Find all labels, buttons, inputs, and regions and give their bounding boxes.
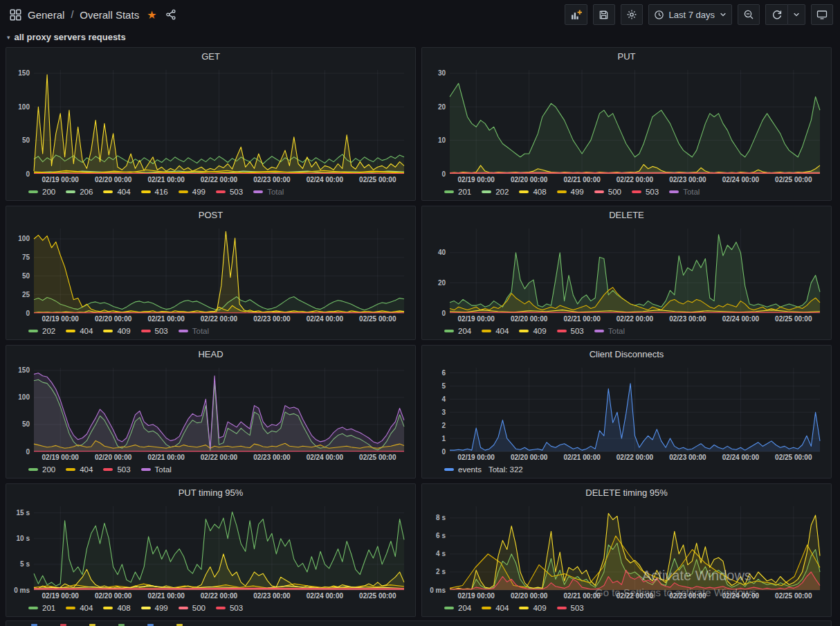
legend-item-204[interactable]: 204	[444, 604, 471, 612]
legend-item-200[interactable]: 200	[28, 465, 55, 474]
chart-head[interactable]: 05010015002/19 00:0002/20 00:0002/21 00:…	[9, 363, 412, 463]
svg-text:02/23 00:00: 02/23 00:00	[253, 176, 291, 184]
legend-item-500[interactable]: 500	[594, 188, 621, 196]
legend-item-total[interactable]: Total	[669, 188, 700, 196]
legend-item-events[interactable]: eventsTotal: 322	[444, 465, 523, 474]
panel-title[interactable]: PUT	[425, 48, 828, 65]
legend-item-499[interactable]: 499	[557, 188, 584, 196]
svg-text:02/25 00:00: 02/25 00:00	[775, 454, 812, 461]
panel-title[interactable]: DELETE	[425, 206, 828, 224]
legend-item-409[interactable]: 409	[519, 604, 546, 612]
add-panel-button[interactable]	[565, 4, 587, 25]
time-range-picker[interactable]: Last 7 days	[648, 4, 733, 25]
svg-text:1: 1	[441, 435, 446, 442]
svg-text:150: 150	[18, 366, 30, 374]
breadcrumb-dashboard-title[interactable]: Overall Stats	[80, 9, 139, 21]
cycle-view-mode-button[interactable]	[811, 4, 833, 25]
legend-item-503[interactable]: 503	[141, 327, 168, 335]
chart-canvas: 012345602/19 00:0002/20 00:0002/21 00:00…	[425, 363, 828, 463]
legend-item-201[interactable]: 201	[444, 188, 471, 196]
legend-swatch	[557, 190, 567, 193]
refresh-interval-dropdown[interactable]	[787, 4, 805, 25]
legend-item-503[interactable]: 503	[557, 604, 584, 612]
svg-text:02/22 00:00: 02/22 00:00	[617, 315, 654, 323]
svg-text:15 s: 15 s	[17, 509, 30, 517]
legend-item-404[interactable]: 404	[66, 604, 93, 612]
legend-item-503[interactable]: 503	[216, 604, 243, 612]
legend-label: 409	[533, 604, 546, 612]
legend-item-404[interactable]: 404	[482, 604, 509, 612]
legend-item-503[interactable]: 503	[557, 327, 584, 335]
legend-swatch	[594, 190, 604, 193]
legend-item-total[interactable]: Total	[179, 327, 209, 335]
legend-swatch	[28, 190, 38, 193]
svg-text:10 s: 10 s	[17, 535, 30, 542]
chart-delete[interactable]: 0204002/19 00:0002/20 00:0002/21 00:0002…	[425, 224, 828, 324]
svg-text:02/25 00:00: 02/25 00:00	[775, 315, 812, 323]
chart-delete-timing[interactable]: 0 ms2 s4 s6 s8 s02/19 00:0002/20 00:0002…	[425, 501, 828, 601]
legend-swatch	[482, 190, 491, 193]
share-icon[interactable]	[165, 9, 176, 20]
chart-post[interactable]: 025507510002/19 00:0002/20 00:0002/21 00…	[9, 224, 412, 324]
legend-item-408[interactable]: 408	[519, 188, 546, 196]
chart-canvas: 05010015002/19 00:0002/20 00:0002/21 00:…	[9, 65, 412, 185]
panel-title[interactable]: PUT timing 95%	[9, 484, 412, 501]
svg-text:02/25 00:00: 02/25 00:00	[359, 454, 396, 461]
legend-label: 503	[117, 465, 130, 474]
svg-text:3: 3	[441, 409, 446, 416]
legend-item-416[interactable]: 416	[141, 188, 168, 196]
legend-item-503[interactable]: 503	[216, 188, 243, 196]
panel-title[interactable]: GET	[9, 48, 412, 65]
chevron-down-icon	[793, 11, 800, 18]
svg-text:02/22 00:00: 02/22 00:00	[617, 176, 654, 184]
legend-item-404[interactable]: 404	[103, 188, 130, 196]
legend-swatch	[669, 190, 679, 193]
legend-item-206[interactable]: 206	[66, 188, 93, 196]
legend-label: Total	[155, 465, 172, 474]
legend-item-409[interactable]: 409	[519, 327, 546, 335]
legend-item-204[interactable]: 204	[444, 327, 471, 335]
legend-item-499[interactable]: 499	[141, 604, 168, 612]
legend-item-404[interactable]: 404	[482, 327, 509, 335]
dashboard-grid-icon[interactable]	[10, 9, 21, 21]
panel-title[interactable]: HEAD	[9, 346, 412, 363]
svg-text:02/19 00:00: 02/19 00:00	[42, 315, 80, 323]
chart-client-disconnects[interactable]: 012345602/19 00:0002/20 00:0002/21 00:00…	[425, 363, 828, 463]
svg-text:4 s: 4 s	[436, 550, 446, 557]
legend-item-201[interactable]: 201	[28, 604, 55, 612]
panel-title[interactable]: DELETE timing 95%	[425, 484, 828, 501]
legend-swatch	[482, 330, 491, 332]
svg-text:02/23 00:00: 02/23 00:00	[669, 315, 706, 323]
chart-get[interactable]: 05010015002/19 00:0002/20 00:0002/21 00:…	[9, 65, 412, 185]
refresh-button[interactable]	[765, 4, 787, 25]
legend-item-total[interactable]: Total	[253, 188, 284, 196]
legend-item-200[interactable]: 200	[28, 188, 55, 196]
legend-item-499[interactable]: 499	[179, 188, 206, 196]
panel-title[interactable]: POST	[9, 206, 412, 224]
zoom-out-button[interactable]	[738, 4, 760, 25]
panel-delete-timing: DELETE timing 95% 0 ms2 s4 s6 s8 s02/19 …	[421, 483, 832, 617]
chart-put[interactable]: 010203002/19 00:0002/20 00:0002/21 00:00…	[425, 65, 828, 185]
legend-item-202[interactable]: 202	[28, 327, 55, 335]
svg-text:02/25 00:00: 02/25 00:00	[775, 592, 812, 600]
breadcrumb-section[interactable]: General	[28, 9, 64, 21]
legend-item-503[interactable]: 503	[632, 188, 659, 196]
svg-text:40: 40	[438, 249, 446, 256]
legend-item-404[interactable]: 404	[66, 327, 93, 335]
legend-item-total[interactable]: Total	[141, 465, 172, 474]
dashboard-row-header[interactable]: ▾ all proxy servers requests	[0, 29, 840, 47]
dashboard-settings-button[interactable]	[621, 4, 643, 25]
legend-item-409[interactable]: 409	[103, 327, 130, 335]
legend-item-503[interactable]: 503	[103, 465, 130, 474]
legend-item-500[interactable]: 500	[179, 604, 206, 612]
legend-item-202[interactable]: 202	[482, 188, 509, 196]
favorite-star-icon[interactable]: ★	[147, 8, 156, 21]
svg-text:02/20 00:00: 02/20 00:00	[95, 592, 132, 600]
save-dashboard-button[interactable]	[593, 4, 615, 25]
chart-put-timing[interactable]: 0 ms5 s10 s15 s02/19 00:0002/20 00:0002/…	[9, 501, 412, 601]
legend-label: 408	[533, 188, 546, 196]
legend-item-total[interactable]: Total	[594, 327, 625, 335]
legend-item-408[interactable]: 408	[103, 604, 130, 612]
panel-title[interactable]: Client Disconnects	[425, 346, 828, 363]
legend-item-404[interactable]: 404	[66, 465, 93, 474]
